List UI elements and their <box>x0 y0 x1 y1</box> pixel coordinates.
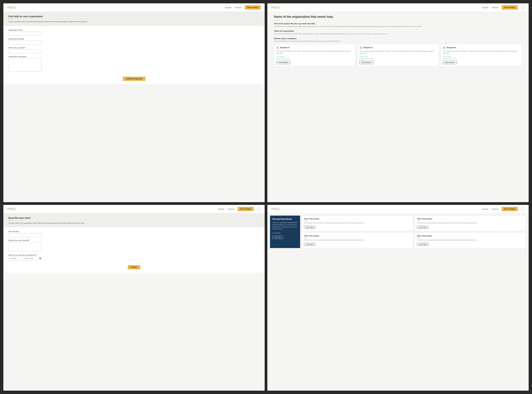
screen-project-detail: P5⊙1 Experts Projects Post a Project ○ N… <box>267 3 529 202</box>
project-card-desc-0: First few lines of the description of wh… <box>304 222 411 224</box>
help-needed-label: What do you need help with? <box>8 239 260 241</box>
nav-projects-s4[interactable]: Projects <box>492 208 499 210</box>
visit-website-link[interactable]: Visit Website <box>272 232 298 234</box>
request-call-link-2[interactable]: Request Phone Call <box>443 58 520 59</box>
view-profile-link-0[interactable]: View Profile <box>276 56 353 57</box>
nav-experts-s3[interactable]: Experts <box>482 6 488 9</box>
candidates-grid: Benjamin A. Hi! I'm super interested in … <box>274 44 522 66</box>
project-card-desc-1: First few lines of the description of wh… <box>417 222 524 224</box>
candidate-avatar-2 <box>443 46 446 49</box>
org-desc: This is the organization description tha… <box>272 222 298 230</box>
hero-title-s2: Describe your need <box>8 217 260 219</box>
org-website-group: Organization website <box>8 38 260 45</box>
view-project-btn-0[interactable]: View Project <box>304 226 316 229</box>
org-location-input[interactable] <box>8 49 42 53</box>
org-profile-card: Planned Parenthood This is the organizat… <box>270 216 300 248</box>
project-card-desc-2: First few lines of the description of wh… <box>304 239 411 241</box>
post-project-btn-s2[interactable]: Post a Project <box>238 207 254 211</box>
hero-desc-s2: Describe what your organization needs he… <box>8 222 260 224</box>
nav-screen3: P5⊙1 Experts Projects Post a Project ○ <box>267 3 529 12</box>
project-title-underline <box>274 20 279 20</box>
publish-btn[interactable]: Publish <box>128 265 140 269</box>
candidate-header-2: Benjamin A. <box>443 46 520 49</box>
view-profile-link-1[interactable]: View Profile <box>359 56 436 57</box>
candidate-avatar-0 <box>276 46 279 49</box>
logo-screen4: P5⊙1 <box>271 207 280 211</box>
candidate-card-1: Benjamin A. Hi! I'm super interested in … <box>357 44 439 66</box>
view-project-btn-3[interactable]: View Project <box>417 243 429 246</box>
candidate-header-0: Benjamin A. <box>276 46 353 49</box>
form-register: Organization name Organization website W… <box>3 26 265 84</box>
nav-experts-s4[interactable]: Experts <box>482 208 488 210</box>
user-avatar-s4[interactable]: ○ <box>521 207 525 211</box>
post-project-btn-s3[interactable]: Post a Project <box>502 5 518 10</box>
org-website-label: Organization website <box>8 38 260 40</box>
hero-desc-s1: Setup a profile for your non-profit orga… <box>8 21 260 23</box>
project-card-title-1: Title of the project <box>417 218 524 220</box>
nav-projects-s1[interactable]: Projects <box>235 6 242 9</box>
select-date-input[interactable] <box>24 257 38 260</box>
flexible-input[interactable] <box>8 257 23 260</box>
project-card-underline-3 <box>417 238 420 238</box>
enlist-btn-2[interactable]: Enlist Benjamin <box>443 61 457 64</box>
submit-for-approval-btn[interactable]: Submit for Approval <box>123 77 145 81</box>
candidate-msg-0: Hi! I'm super interested in this project… <box>276 50 353 54</box>
nav-links-screen3: Experts Projects Post a Project ○ <box>482 5 525 10</box>
nav-links-screen2: Experts Projects Post a Project ○ <box>218 207 261 211</box>
request-call-link-0[interactable]: Request Phone Call <box>276 58 353 59</box>
candidate-header-1: Benjamin A. <box>359 46 436 49</box>
org-desc-textarea[interactable] <box>8 58 42 72</box>
enlist-btn-0[interactable]: Enlist Benjamin <box>276 61 290 64</box>
candidate-name-2: Benjamin A. <box>447 47 456 49</box>
help-needed-group: What do you need help with? <box>8 239 260 252</box>
candidate-name-1: Benjamin A. <box>363 47 373 49</box>
about-org-body: This is the descripton of the organizati… <box>274 33 522 35</box>
project-org-title: Name of the organization that needs help <box>274 15 522 19</box>
help-needed-textarea[interactable] <box>8 242 42 251</box>
project-title-input[interactable] <box>8 233 42 237</box>
project-card-title-3: Title of the project <box>417 235 524 237</box>
post-project-btn-s4[interactable]: Post a Project <box>502 207 518 211</box>
view-profile-link-2[interactable]: View Profile <box>443 56 520 57</box>
user-avatar-s2[interactable]: ○ <box>257 207 261 211</box>
project-card-underline-1 <box>417 221 420 221</box>
nav-projects-s3[interactable]: Projects <box>492 6 499 9</box>
org-name: Planned Parenthood <box>272 218 298 220</box>
dashboard-grid: Planned Parenthood This is the organizat… <box>270 216 526 248</box>
org-location-label: Where are you based? <box>8 47 260 49</box>
project-title-label: Title of Project <box>8 231 260 233</box>
nav-screen2: P5⊙1 Experts Projects Post a Project ○ <box>3 205 265 213</box>
hero-s1: Find help for your organisation Setup a … <box>3 12 265 26</box>
dashboard-content: Planned Parenthood This is the organizat… <box>267 213 529 250</box>
user-avatar-s3[interactable]: ○ <box>521 6 525 9</box>
project-card-title-0: Title of the project <box>304 218 411 220</box>
hero-title-s1: Find help for your organisation <box>8 15 260 18</box>
nav-links-screen1: Experts Projects Post a Project <box>225 5 261 10</box>
about-org-heading: About the organization <box>274 30 522 32</box>
candidate-msg-1: Hi! I'm super interested in this project… <box>359 50 436 54</box>
calendar-icon[interactable]: 📅 <box>39 257 41 260</box>
nav-experts-s2[interactable]: Experts <box>218 208 224 210</box>
logo-screen2: P5⊙1 <box>7 207 16 211</box>
request-call-link-1[interactable]: Request Phone Call <box>359 58 436 59</box>
org-desc-group: Organization description <box>8 56 260 72</box>
nav-screen1: P5⊙1 Experts Projects Post a Project <box>3 3 265 12</box>
nav-projects-s2[interactable]: Projects <box>228 208 235 210</box>
org-name-label: Organization name <box>8 29 260 31</box>
candidate-msg-2: Hi! I'm super interested in this project… <box>443 50 520 54</box>
nav-experts-s1[interactable]: Experts <box>225 6 231 9</box>
project-card-title-2: Title of the project <box>304 235 411 237</box>
project-title-body: Description of the project that the orga… <box>274 25 522 28</box>
org-name-input[interactable] <box>8 32 42 36</box>
screen-describe-need: P5⊙1 Experts Projects Post a Project ○ D… <box>3 205 265 391</box>
post-project-btn-s1[interactable]: Post a Project <box>245 5 261 10</box>
view-project-btn-1[interactable]: View Project <box>417 226 429 229</box>
nav-links-screen4: Experts Projects Post a Project ○ <box>482 207 525 211</box>
org-location-group: Where are you based? <box>8 47 260 53</box>
enlist-btn-1[interactable]: Enlist Benjamin <box>359 61 373 64</box>
edit-profile-btn[interactable]: Edit Profile <box>272 236 283 239</box>
view-project-btn-2[interactable]: View Project <box>304 243 316 246</box>
deadline-label: When do you need this completed by? <box>8 254 260 256</box>
hero-underline-s2 <box>8 220 13 221</box>
org-website-input[interactable] <box>8 41 42 45</box>
